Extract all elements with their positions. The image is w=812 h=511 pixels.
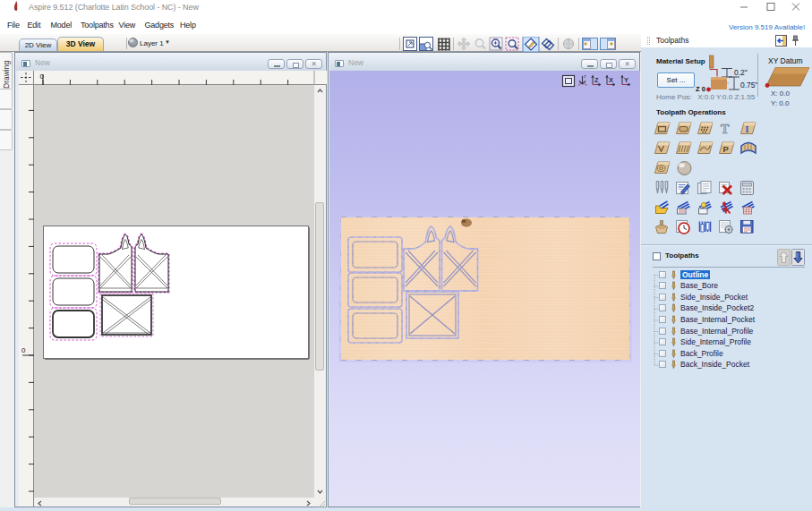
svg-text:I: I <box>746 124 749 134</box>
svg-text:P: P <box>723 144 730 154</box>
svg-text:0.75": 0.75" <box>740 81 758 89</box>
svg-text:0: 0 <box>40 72 45 81</box>
svg-text:0: 0 <box>21 346 26 354</box>
svg-text:Y: Y <box>624 76 628 84</box>
svg-text:0.2": 0.2" <box>734 68 748 77</box>
svg-text:z: z <box>584 73 586 79</box>
svg-text:X: X <box>609 76 613 84</box>
svg-text:Z: Z <box>594 76 599 84</box>
svg-text:Z 0: Z 0 <box>696 85 705 93</box>
svg-text:T: T <box>721 123 730 136</box>
